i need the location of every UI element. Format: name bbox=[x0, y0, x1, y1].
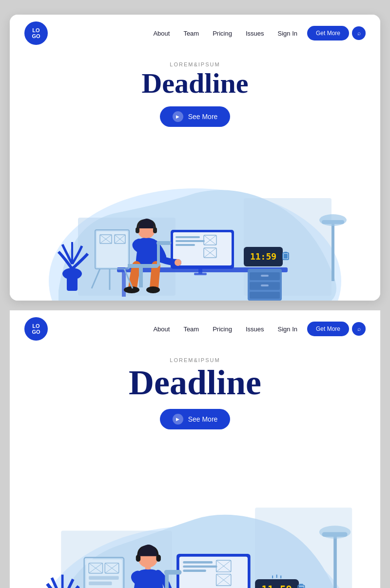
nav-signin-v2[interactable]: Sign In bbox=[278, 325, 297, 333]
svg-rect-15 bbox=[176, 244, 195, 246]
nav-links-v2: About Team Pricing Issues Sign In bbox=[153, 325, 297, 333]
svg-text:11:59: 11:59 bbox=[261, 584, 292, 588]
nav-about[interactable]: About bbox=[153, 30, 170, 37]
svg-rect-118 bbox=[89, 582, 112, 586]
nav-links: About Team Pricing Issues Sign In bbox=[153, 30, 297, 37]
svg-point-61 bbox=[319, 526, 351, 539]
illustration-v2: 11:59 bbox=[20, 437, 370, 588]
nav-pricing-v2[interactable]: Pricing bbox=[213, 325, 232, 333]
card-version1: LO GO About Team Pricing Issues Sign In … bbox=[10, 15, 380, 301]
svg-rect-41 bbox=[261, 275, 269, 277]
svg-rect-71 bbox=[183, 569, 206, 572]
svg-point-5 bbox=[319, 214, 347, 226]
get-more-label: Get More bbox=[316, 30, 340, 37]
svg-rect-70 bbox=[183, 566, 217, 568]
svg-point-34 bbox=[146, 286, 160, 293]
svg-rect-83 bbox=[299, 584, 303, 586]
see-more-label-v2: See More bbox=[188, 415, 218, 423]
svg-rect-117 bbox=[89, 576, 119, 580]
hero-v2: LOREM&IPSUM Deadline ▶ See More bbox=[10, 347, 380, 588]
see-more-button-v2[interactable]: ▶ See More bbox=[160, 409, 231, 429]
svg-rect-3 bbox=[332, 223, 334, 281]
svg-rect-27 bbox=[284, 252, 287, 253]
hero-title-v2: Deadline bbox=[20, 365, 370, 400]
navbar-v1: LO GO About Team Pricing Issues Sign In … bbox=[10, 15, 380, 52]
search-icon[interactable]: ⌕ bbox=[352, 26, 366, 40]
svg-rect-36 bbox=[139, 268, 143, 287]
page-wrapper: LO GO About Team Pricing Issues Sign In … bbox=[0, 0, 390, 588]
hero-subtitle-v2: LOREM&IPSUM bbox=[20, 357, 370, 363]
nav-about-v2[interactable]: About bbox=[153, 325, 170, 333]
get-more-button[interactable]: Get More bbox=[307, 26, 349, 41]
nav-team[interactable]: Team bbox=[183, 30, 199, 37]
hero-subtitle: LOREM&IPSUM bbox=[20, 61, 370, 67]
play-icon-v2: ▶ bbox=[173, 414, 183, 425]
nav-team-v2[interactable]: Team bbox=[183, 325, 199, 333]
svg-rect-38 bbox=[156, 241, 171, 245]
nav-issues[interactable]: Issues bbox=[246, 30, 264, 37]
navbar-v2: LO GO About Team Pricing Issues Sign In … bbox=[10, 310, 380, 347]
svg-text:11:59: 11:59 bbox=[250, 251, 276, 262]
svg-rect-44 bbox=[250, 292, 280, 299]
svg-point-7 bbox=[62, 268, 82, 280]
get-more-button-v2[interactable]: Get More bbox=[307, 322, 349, 336]
logo-text: LO GO bbox=[32, 27, 40, 39]
hero-title: Deadline bbox=[20, 69, 370, 98]
svg-rect-9 bbox=[122, 272, 126, 297]
see-more-button[interactable]: ▶ See More bbox=[160, 106, 231, 127]
svg-rect-58 bbox=[255, 507, 352, 588]
illustration-v1: 11:59 bbox=[20, 135, 370, 301]
svg-rect-98 bbox=[164, 570, 182, 574]
nav-pricing[interactable]: Pricing bbox=[213, 30, 232, 37]
svg-rect-23 bbox=[194, 273, 207, 275]
get-more-label-v2: Get More bbox=[316, 325, 340, 332]
svg-point-32 bbox=[175, 259, 181, 266]
svg-rect-37 bbox=[157, 242, 160, 266]
nav-issues-v2[interactable]: Issues bbox=[246, 325, 264, 333]
search-icon-v2[interactable]: ⌕ bbox=[352, 322, 366, 336]
svg-rect-43 bbox=[261, 284, 269, 286]
logo-v2[interactable]: LO GO bbox=[24, 317, 48, 341]
see-more-label: See More bbox=[188, 113, 218, 121]
svg-rect-14 bbox=[176, 240, 205, 242]
logo-text-v2: LO GO bbox=[32, 323, 40, 335]
svg-rect-28 bbox=[284, 254, 288, 259]
svg-rect-59 bbox=[333, 535, 337, 588]
version2-section: LO GO About Team Pricing Issues Sign In … bbox=[10, 310, 380, 588]
svg-rect-69 bbox=[183, 561, 213, 564]
logo[interactable]: LO GO bbox=[24, 21, 48, 45]
svg-rect-13 bbox=[176, 236, 200, 238]
play-icon: ▶ bbox=[173, 111, 183, 122]
hero-v1: LOREM&IPSUM Deadline ▶ See More bbox=[10, 52, 380, 301]
nav-signin[interactable]: Sign In bbox=[278, 30, 297, 37]
